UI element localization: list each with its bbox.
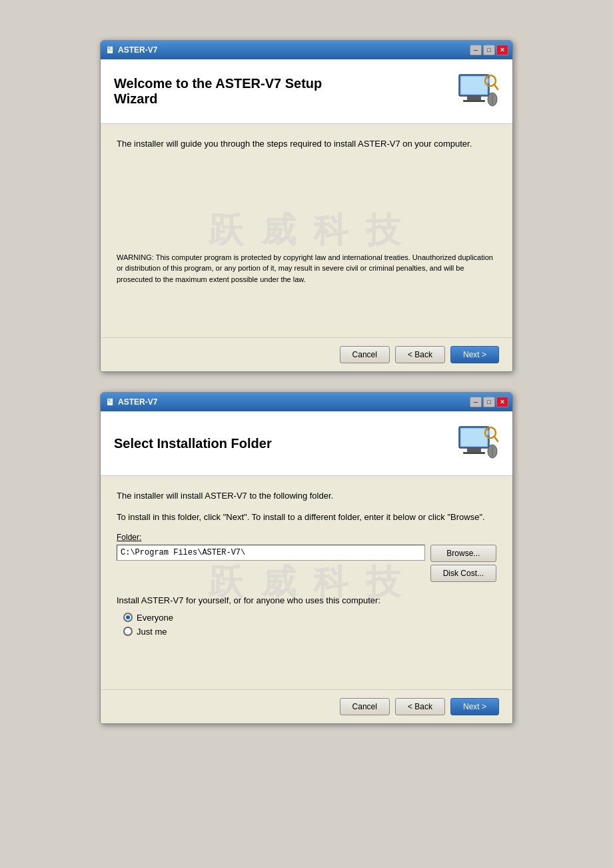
wizard-header-1: Welcome to the ASTER-V7 Setup Wizard — [101, 59, 512, 124]
close-button-2[interactable]: ✕ — [496, 397, 508, 407]
app-icon-2: 🖥 — [105, 397, 115, 407]
setup-wizard-window-1: 🖥 ASTER-V7 ─ □ ✕ Welcome to the ASTER-V7… — [100, 40, 513, 372]
folder-section: Folder: Browse... Disk Cost... — [117, 533, 496, 582]
setup-wizard-window-2: 🖥 ASTER-V7 ─ □ ✕ Select Installation Fol… — [100, 392, 513, 724]
svg-rect-4 — [463, 100, 485, 102]
titlebar-buttons-2: ─ □ ✕ — [470, 397, 508, 407]
wizard-title-2: Select Installation Folder — [114, 436, 272, 451]
next-button-2[interactable]: Next > — [450, 698, 499, 715]
radio-everyone-label: Everyone — [137, 613, 173, 623]
svg-rect-3 — [467, 96, 481, 100]
wizard-header-2: Select Installation Folder — [101, 411, 512, 476]
folder-input-row: Browse... Disk Cost... — [117, 545, 496, 582]
back-button-2[interactable]: < Back — [395, 698, 445, 715]
radio-group: Everyone Just me — [123, 613, 496, 637]
svg-point-8 — [487, 77, 494, 84]
radio-justme-dot — [123, 627, 133, 636]
disk-cost-button[interactable]: Disk Cost... — [430, 565, 496, 582]
radio-everyone[interactable]: Everyone — [123, 613, 496, 623]
folder-label: Folder: — [117, 533, 496, 542]
install-for-label: Install ASTER-V7 for yourself, or for an… — [117, 594, 496, 607]
close-button-1[interactable]: ✕ — [496, 45, 508, 55]
svg-point-18 — [487, 429, 494, 436]
warning-text-1: WARNING: This computer program is protec… — [117, 252, 496, 285]
titlebar-buttons-1: ─ □ ✕ — [470, 45, 508, 55]
cancel-button-1[interactable]: Cancel — [340, 346, 390, 363]
intro-text-2a: The installer will install ASTER-V7 to t… — [117, 489, 496, 503]
svg-line-19 — [494, 437, 498, 441]
wizard-title-1: Welcome to the ASTER-V7 Setup Wizard — [114, 76, 367, 107]
intro-text-1: The installer will guide you through the… — [117, 137, 496, 151]
svg-line-9 — [494, 85, 498, 89]
computer-icon-1 — [454, 71, 499, 111]
titlebar-1: 🖥 ASTER-V7 ─ □ ✕ — [101, 41, 512, 59]
maximize-button-1[interactable]: □ — [483, 45, 495, 55]
folder-input[interactable] — [117, 545, 425, 561]
svg-rect-12 — [461, 429, 487, 446]
intro-text-2b: To install in this folder, click "Next".… — [117, 511, 496, 524]
window-title-2: ASTER-V7 — [118, 397, 157, 407]
computer-icon-2 — [454, 423, 499, 463]
radio-justme-label: Just me — [137, 627, 167, 637]
browse-button[interactable]: Browse... — [430, 545, 496, 562]
radio-justme[interactable]: Just me — [123, 627, 496, 637]
radio-everyone-dot — [123, 613, 133, 622]
app-icon-1: 🖥 — [105, 45, 115, 55]
wizard-body-2: 跃 威 科 技 The installer will install ASTER… — [101, 476, 512, 689]
radio-section: Install ASTER-V7 for yourself, or for an… — [117, 594, 496, 637]
svg-rect-13 — [467, 448, 481, 452]
minimize-button-1[interactable]: ─ — [470, 45, 482, 55]
wizard-body-1: 跃 威 科 技 The installer will guide you thr… — [101, 124, 512, 337]
wizard-footer-2: Cancel < Back Next > — [101, 689, 512, 723]
next-button-1[interactable]: Next > — [450, 346, 499, 363]
svg-rect-14 — [463, 452, 485, 454]
titlebar-2: 🖥 ASTER-V7 ─ □ ✕ — [101, 393, 512, 411]
maximize-button-2[interactable]: □ — [483, 397, 495, 407]
cancel-button-2[interactable]: Cancel — [340, 698, 390, 715]
minimize-button-2[interactable]: ─ — [470, 397, 482, 407]
folder-buttons: Browse... Disk Cost... — [430, 545, 496, 582]
back-button-1[interactable]: < Back — [395, 346, 445, 363]
window-title-1: ASTER-V7 — [118, 45, 157, 55]
svg-rect-2 — [461, 77, 487, 94]
wizard-footer-1: Cancel < Back Next > — [101, 337, 512, 371]
